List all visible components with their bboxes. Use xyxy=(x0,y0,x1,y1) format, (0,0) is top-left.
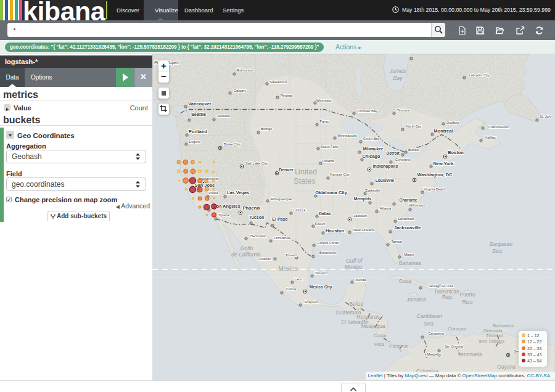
svg-text:Dallas: Dallas xyxy=(319,211,331,216)
svg-text:Rica: Rica xyxy=(374,341,385,347)
svg-text:Curaçao: Curaçao xyxy=(448,326,467,332)
svg-text:Phoenix: Phoenix xyxy=(243,205,261,211)
svg-text:Wilmington: Wilmington xyxy=(409,203,426,207)
svg-text:Brownsville: Brownsville xyxy=(319,251,337,255)
svg-text:Virginia Beach: Virginia Beach xyxy=(424,187,445,191)
svg-text:Mexico: Mexico xyxy=(278,266,298,272)
svg-text:Vancouver: Vancouver xyxy=(188,101,212,107)
svg-text:Atlanta: Atlanta xyxy=(380,206,392,210)
svg-text:Guyana: Guyana xyxy=(497,364,516,370)
svg-text:Savannah: Savannah xyxy=(398,217,414,221)
svg-text:States: States xyxy=(294,177,315,186)
svg-text:Belize: Belize xyxy=(349,301,363,307)
svg-text:Visalia: Visalia xyxy=(208,191,219,195)
svg-text:Panama: Panama xyxy=(389,343,408,349)
svg-text:Mexico: Mexico xyxy=(345,264,363,270)
svg-text:Regina: Regina xyxy=(281,94,292,97)
svg-text:Chihuahua: Chihuahua xyxy=(274,236,291,240)
svg-text:Cuba: Cuba xyxy=(399,278,412,284)
svg-text:Bahamas: Bahamas xyxy=(399,260,421,266)
svg-text:Merida: Merida xyxy=(356,278,367,282)
svg-text:United: United xyxy=(295,168,317,176)
svg-text:Bay: Bay xyxy=(393,75,403,81)
svg-text:San Cristobal: San Cristobal xyxy=(445,345,464,348)
svg-text:James: James xyxy=(389,68,406,74)
svg-text:Tampico: Tampico xyxy=(315,271,327,275)
svg-text:Tijuana: Tijuana xyxy=(218,213,230,217)
svg-text:Salt Lake City: Salt Lake City xyxy=(245,161,268,165)
svg-text:Billings: Billings xyxy=(261,127,273,131)
svg-text:Sea: Sea xyxy=(424,321,434,327)
svg-text:Golfo: Golfo xyxy=(240,245,253,251)
svg-text:Saskatoon: Saskatoon xyxy=(269,80,287,84)
svg-text:Kansas City: Kansas City xyxy=(330,173,349,176)
svg-text:Omaha: Omaha xyxy=(322,159,334,163)
svg-text:Nicaragua: Nicaragua xyxy=(361,323,385,329)
svg-text:Green Bay: Green Bay xyxy=(363,137,380,141)
svg-text:Sargasso: Sargasso xyxy=(489,241,512,247)
svg-text:Portland: Portland xyxy=(189,129,207,134)
svg-text:San Jose: San Jose xyxy=(195,182,215,188)
svg-text:Denver: Denver xyxy=(279,168,294,172)
svg-text:Québec: Québec xyxy=(446,121,459,125)
svg-text:Jacksonville: Jacksonville xyxy=(394,225,421,231)
svg-text:Memphis: Memphis xyxy=(354,197,372,202)
svg-text:Calgary: Calgary xyxy=(234,89,246,92)
svg-text:Corpus Christi: Corpus Christi xyxy=(318,241,339,245)
svg-text:Boise City: Boise City xyxy=(224,142,240,146)
svg-text:El Paso: El Paso xyxy=(272,217,287,221)
svg-text:Halifax: Halifax xyxy=(485,136,496,139)
svg-text:Tucson: Tucson xyxy=(249,215,264,219)
svg-text:Santiago de Cuba: Santiago de Cuba xyxy=(429,284,454,288)
svg-text:Fargo: Fargo xyxy=(319,120,329,123)
svg-text:Milwaukee: Milwaukee xyxy=(363,147,384,151)
svg-text:Winnipeg: Winnipeg xyxy=(316,99,332,102)
svg-text:Venezuela: Venezuela xyxy=(458,351,482,357)
svg-text:Chicago: Chicago xyxy=(362,153,380,159)
svg-text:Timmins: Timmins xyxy=(397,108,410,112)
svg-text:Los Angeles: Los Angeles xyxy=(213,203,240,209)
svg-text:Thunder Bay: Thunder Bay xyxy=(358,109,377,113)
svg-text:Torreon: Torreon xyxy=(286,253,297,257)
svg-text:Jackson: Jackson xyxy=(353,214,367,218)
svg-text:Cleveland: Cleveland xyxy=(395,158,410,161)
svg-text:New Orleans: New Orleans xyxy=(353,228,374,232)
svg-text:Washington, DC: Washington, DC xyxy=(417,172,453,178)
svg-text:Tampa: Tampa xyxy=(391,240,402,243)
svg-text:Houston: Houston xyxy=(326,228,344,234)
svg-text:Mexico City: Mexico City xyxy=(310,285,332,290)
svg-text:Costa: Costa xyxy=(374,333,387,338)
svg-text:Edmonton: Edmonton xyxy=(237,68,254,72)
svg-text:Charlottetown: Charlottetown xyxy=(488,125,509,129)
svg-text:North Bay: North Bay xyxy=(406,125,422,128)
svg-text:Cartagena: Cartagena xyxy=(428,332,445,335)
svg-text:Spokane: Spokane xyxy=(217,114,231,118)
svg-text:Las Vegas: Las Vegas xyxy=(227,190,249,195)
svg-text:Lubbock: Lubbock xyxy=(293,208,306,212)
svg-text:Buffalo: Buffalo xyxy=(408,148,420,152)
svg-text:New York: New York xyxy=(434,161,454,166)
svg-text:Seattle: Seattle xyxy=(191,112,206,117)
svg-text:Leon: Leon xyxy=(295,277,302,281)
svg-text:Medellín: Medellín xyxy=(427,353,441,356)
svg-text:Puerto: Puerto xyxy=(459,292,475,298)
svg-text:Louisville: Louisville xyxy=(376,178,395,182)
svg-text:Jamaica: Jamaica xyxy=(406,296,426,303)
svg-text:Labrador City: Labrador City xyxy=(469,73,489,77)
svg-text:Miami: Miami xyxy=(404,253,414,256)
svg-text:Eugene: Eugene xyxy=(189,140,201,144)
svg-text:St. Joh: St. Joh xyxy=(540,115,551,118)
svg-text:Hermosillo: Hermosillo xyxy=(250,234,266,238)
svg-text:de California: de California xyxy=(231,251,261,258)
svg-text:Detroit: Detroit xyxy=(386,151,400,155)
svg-text:Oklahoma City: Oklahoma City xyxy=(315,190,348,195)
svg-text:Charlotte: Charlotte xyxy=(400,198,417,202)
svg-text:Albuquerque: Albuquerque xyxy=(270,197,292,201)
svg-text:Gulf of: Gulf of xyxy=(346,258,363,264)
svg-text:Boston: Boston xyxy=(448,150,464,155)
svg-text:and Tobago: and Tobago xyxy=(479,338,504,344)
svg-text:Trinidad: Trinidad xyxy=(486,333,504,338)
svg-text:Acapulco: Acapulco xyxy=(305,300,319,304)
svg-text:Rep.: Rep. xyxy=(442,294,453,300)
svg-text:Montréal: Montréal xyxy=(434,128,453,134)
